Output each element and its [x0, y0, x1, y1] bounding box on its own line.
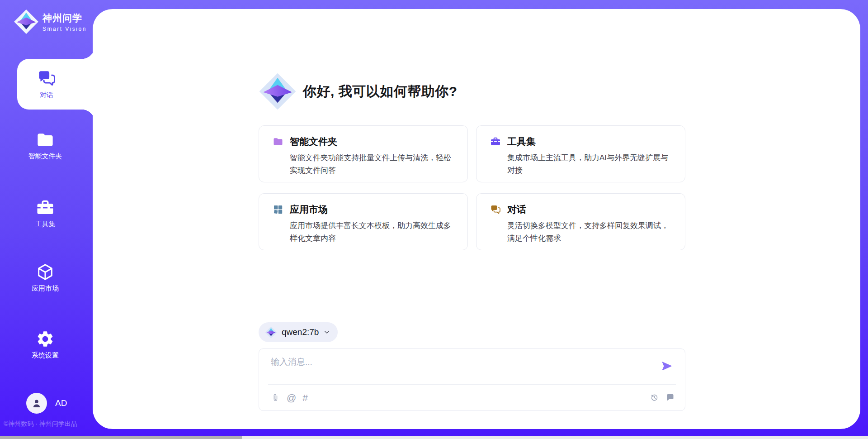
composer: @ # — [259, 348, 685, 411]
feature-cards: 智能文件夹 智能文件夹功能支持批量文件上传与清洗，轻松实现文件问答 工具集 集成… — [259, 125, 685, 250]
sidebar-item-smart-folders[interactable]: 智能文件夹 — [0, 130, 90, 161]
folder-open-icon — [273, 136, 283, 147]
brand: 神州问学 Smart Vision — [14, 9, 87, 34]
card-title: 应用市场 — [290, 203, 328, 216]
greeting: 你好, 我可以如何帮助你? — [259, 72, 458, 110]
user-name: AD — [55, 398, 67, 408]
paperclip-icon — [271, 393, 280, 402]
folder-icon — [36, 130, 55, 149]
sidebar: 神州问学 Smart Vision 对话 智能文件夹 工具集 应用市场 系统设置… — [0, 0, 93, 436]
hash-icon: # — [302, 393, 308, 402]
attach-button[interactable] — [271, 393, 280, 402]
at-icon: @ — [287, 393, 296, 402]
main-panel: 你好, 我可以如何帮助你? 智能文件夹 智能文件夹功能支持批量文件上传与清洗，轻… — [93, 9, 860, 429]
card-description: 智能文件夹功能支持批量文件上传与清洗，轻松实现文件问答 — [290, 152, 457, 177]
user-profile[interactable]: AD — [26, 393, 67, 414]
card-title: 工具集 — [507, 135, 536, 148]
send-icon — [660, 360, 673, 372]
sidebar-item-label: 系统设置 — [0, 351, 90, 360]
brand-name: 神州问学 — [42, 12, 87, 24]
sidebar-item-label: 智能文件夹 — [0, 152, 90, 161]
card-description: 集成市场上主流工具，助力AI与外界无缝扩展与对接 — [507, 152, 674, 177]
toolbox-icon — [36, 198, 55, 217]
brand-gem-icon — [14, 9, 39, 34]
brand-gem-icon — [265, 326, 277, 339]
sidebar-item-label: 工具集 — [0, 220, 90, 229]
send-button[interactable] — [660, 359, 675, 373]
model-name: qwen2:7b — [282, 327, 319, 337]
hashtag-button[interactable]: # — [302, 393, 308, 402]
chat-icon — [490, 204, 501, 215]
brand-gem-icon — [259, 72, 297, 110]
brand-subtitle: Smart Vision — [42, 26, 87, 32]
card-toolset[interactable]: 工具集 集成市场上主流工具，助力AI与外界无缝扩展与对接 — [476, 125, 685, 182]
sidebar-item-chat[interactable]: 对话 — [17, 59, 95, 110]
sidebar-item-app-market[interactable]: 应用市场 — [0, 262, 90, 293]
chat-solid-icon — [665, 393, 675, 402]
toolbox-icon — [490, 136, 501, 147]
person-icon — [31, 397, 42, 409]
avatar — [26, 393, 47, 414]
history-icon — [650, 393, 659, 402]
quick-phrases-button[interactable] — [665, 393, 675, 402]
message-input[interactable] — [271, 356, 642, 382]
horizontal-scrollbar — [0, 436, 868, 439]
app-market-icon — [273, 204, 283, 215]
chevron-down-icon — [323, 329, 330, 336]
model-selector[interactable]: qwen2:7b — [259, 322, 338, 342]
sidebar-item-settings[interactable]: 系统设置 — [0, 329, 90, 360]
sidebar-item-label: 应用市场 — [0, 284, 90, 293]
mention-button[interactable]: @ — [287, 393, 296, 402]
sidebar-item-toolset[interactable]: 工具集 — [0, 198, 90, 229]
card-chat[interactable]: 对话 灵活切换多模型文件，支持多样回复效果调试，满足个性化需求 — [476, 193, 685, 250]
scrollbar-thumb[interactable] — [0, 436, 242, 439]
greeting-title: 你好, 我可以如何帮助你? — [303, 82, 458, 101]
sidebar-item-label: 对话 — [40, 91, 53, 100]
history-button[interactable] — [650, 393, 659, 402]
card-smart-folders[interactable]: 智能文件夹 智能文件夹功能支持批量文件上传与清洗，轻松实现文件问答 — [259, 125, 468, 182]
main-content: 你好, 我可以如何帮助你? 智能文件夹 智能文件夹功能支持批量文件上传与清洗，轻… — [259, 9, 685, 429]
gear-icon — [36, 329, 55, 348]
card-description: 应用市场提供丰富长文本模板，助力高效生成多样化文章内容 — [290, 220, 457, 244]
card-title: 智能文件夹 — [290, 135, 337, 148]
copyright-footer: ©神州数码 · 神州问学出品 — [4, 420, 94, 428]
composer-toolbar: @ # — [271, 385, 675, 410]
brand-text: 神州问学 Smart Vision — [42, 12, 87, 32]
chat-bubbles-icon — [37, 69, 56, 88]
card-description: 灵活切换多模型文件，支持多样回复效果调试，满足个性化需求 — [507, 220, 674, 244]
card-title: 对话 — [507, 203, 526, 216]
cube-icon — [36, 262, 55, 282]
card-app-market[interactable]: 应用市场 应用市场提供丰富长文本模板，助力高效生成多样化文章内容 — [259, 193, 468, 250]
